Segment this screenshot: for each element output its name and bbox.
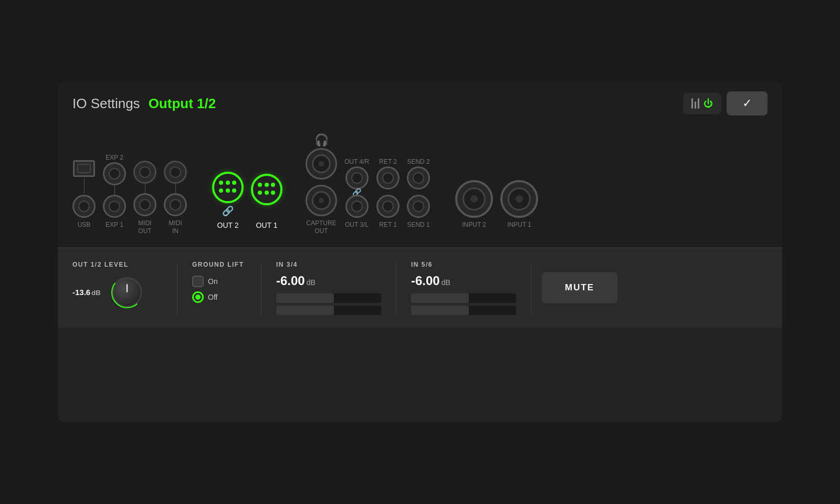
out2-dot4 — [219, 188, 223, 193]
midi-in-port — [164, 161, 187, 184]
headphone-connector: 🎧 — [306, 133, 337, 180]
input2-connector: INPUT 2 — [455, 166, 493, 235]
out1-xlr-dots — [258, 183, 276, 196]
out4r-bottom-connector: OUT 3/L — [345, 195, 369, 235]
page-wrapper: IO Settings Output 1/2 ⏻ ✓ — [0, 0, 840, 504]
power-icon: ⏻ — [704, 98, 713, 109]
in56-db: -6.00 — [411, 274, 440, 288]
exp1-connector: EXP 1 — [103, 195, 126, 235]
on-toggle-row: On — [192, 276, 246, 287]
exp1-port — [103, 195, 126, 218]
exp1-label: EXP 1 — [106, 219, 123, 235]
hp-label: 🎧 — [314, 133, 329, 147]
headphone-group: 🎧 CAPTUR — [306, 133, 337, 235]
send2-connector: SEND 2 — [407, 153, 430, 190]
out4r-bottom-inner — [351, 201, 363, 212]
mixer-bar-2 — [695, 101, 696, 109]
out3l-label: OUT 3/L — [345, 219, 369, 235]
out4r-top-connector: OUT 4/R — [344, 153, 369, 190]
ret1-label: RET 1 — [379, 219, 397, 235]
out2-dot1 — [219, 181, 223, 185]
midi-out-hex — [133, 193, 156, 216]
midi-in-label: MIDI IN — [169, 217, 182, 235]
in34-bar2 — [276, 306, 381, 315]
knob-body — [112, 278, 142, 307]
input2-dot — [470, 195, 478, 203]
off-label: Off — [208, 293, 217, 301]
ret1-inner — [382, 201, 394, 212]
ret-group: RET 2 RET 1 — [376, 153, 400, 235]
header-title: IO Settings Output 1/2 — [72, 96, 216, 112]
midi-in-hex — [164, 193, 187, 216]
sep2 — [290, 203, 298, 235]
out1-dot1 — [258, 183, 262, 187]
usb-nut-inner — [78, 201, 90, 212]
cap-dot — [319, 198, 324, 203]
confirm-button[interactable]: ✓ — [727, 91, 768, 116]
on-label: On — [208, 277, 218, 286]
io-body: USB EXP 2 EXP 1 — [58, 125, 782, 247]
off-toggle[interactable] — [192, 291, 204, 303]
exp2-port — [103, 162, 126, 185]
in56-unit: dB — [442, 278, 450, 287]
ret2-connector: RET 2 — [376, 153, 400, 190]
out2-xlr[interactable] — [212, 172, 244, 203]
out4r-group: OUT 4/R 🔗 OUT 3/L — [344, 153, 369, 235]
header: IO Settings Output 1/2 ⏻ ✓ — [58, 82, 782, 125]
out4r-top-inner — [351, 172, 363, 184]
out1-connector: OUT 1 — [251, 160, 282, 235]
in34-unit: dB — [307, 278, 316, 287]
mixer-bar-1 — [691, 98, 693, 109]
exp-vline — [114, 185, 115, 195]
connectors-row: USB EXP 2 EXP 1 — [72, 133, 768, 235]
out1-label: OUT 1 — [256, 219, 278, 235]
input2-inner — [463, 187, 486, 211]
main-card: IO Settings Output 1/2 ⏻ ✓ — [58, 82, 782, 422]
hp-port — [306, 148, 337, 180]
mute-button[interactable]: MUTE — [542, 272, 617, 303]
in56-fill1 — [411, 293, 469, 303]
midi-in-hex-inner — [170, 199, 181, 211]
out2-dot2 — [226, 181, 230, 185]
in34-title: IN 3/4 — [276, 261, 381, 268]
input1-port — [500, 180, 538, 218]
in34-fill2 — [276, 306, 334, 315]
out2-dot3 — [232, 181, 236, 185]
on-toggle[interactable] — [192, 276, 204, 287]
input2-label: INPUT 2 — [462, 219, 486, 235]
mute-area: MUTE — [531, 261, 617, 315]
output-label: Output 1/2 — [149, 96, 216, 112]
link-icon-out: 🔗 — [222, 204, 234, 218]
midi-out-vline — [145, 184, 145, 193]
exp2-top-label: EXP 2 — [106, 149, 123, 161]
level-knob[interactable] — [108, 274, 146, 311]
out2-label: OUT 2 — [217, 219, 239, 235]
send2-top-label: SEND 2 — [407, 153, 429, 165]
knob-mark — [127, 284, 128, 292]
exp1-inner — [109, 201, 120, 212]
out4r-top — [345, 166, 369, 190]
in56-bar1 — [411, 293, 516, 303]
in34-bar1 — [276, 293, 381, 303]
in56-meters — [411, 293, 516, 315]
ret2-port — [376, 166, 400, 190]
empty-area — [58, 328, 782, 422]
midi-out-connector — [133, 147, 156, 184]
mixer-bar-3 — [698, 98, 699, 109]
usb-nut — [72, 195, 96, 218]
mixer-icon — [691, 98, 699, 109]
midi-in-connector — [164, 147, 187, 184]
midi-out-hex-inner — [139, 199, 151, 211]
header-controls: ⏻ ✓ — [683, 91, 768, 116]
in34-db: -6.00 — [276, 274, 305, 288]
out1-dot3 — [271, 183, 275, 187]
out1-xlr[interactable] — [251, 174, 282, 205]
mixer-button[interactable]: ⏻ — [683, 93, 721, 114]
usb-inner — [77, 164, 91, 173]
knob-row: -13.6dB — [72, 274, 162, 311]
io-settings-label: IO Settings — [72, 96, 140, 112]
usb-port — [73, 160, 95, 177]
midi-out-nut: MIDI OUT — [133, 193, 156, 235]
db-value: -13.6 — [72, 288, 90, 297]
sep1 — [194, 203, 205, 235]
